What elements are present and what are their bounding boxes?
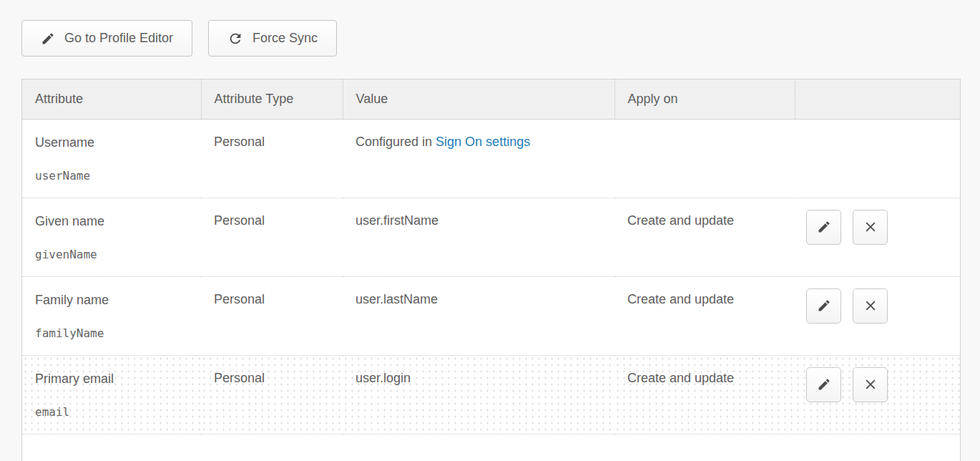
value-cell: user.firstName: [343, 198, 614, 276]
attribute-label: Primary email: [35, 371, 194, 387]
column-header-actions: [795, 79, 960, 119]
apply-on-cell: Create and update: [614, 276, 795, 355]
force-sync-label: Force Sync: [253, 31, 318, 46]
delete-attribute-button[interactable]: [853, 367, 888, 402]
go-to-profile-editor-label: Go to Profile Editor: [64, 31, 173, 46]
pencil-icon: [817, 377, 831, 392]
delete-attribute-button[interactable]: [853, 288, 888, 324]
attribute-label: Family name: [35, 292, 194, 308]
attribute-cell: [22, 434, 201, 461]
table-header-row: Attribute Attribute Type Value Apply on: [22, 79, 960, 119]
force-sync-button[interactable]: Force Sync: [208, 20, 337, 57]
attribute-type-cell: Personal: [201, 119, 343, 198]
attribute-cell: Given name givenName: [22, 198, 201, 276]
x-icon: [863, 220, 878, 234]
apply-on-cell: Create and update: [614, 198, 795, 276]
table-row-family-name: Family name familyName Personal user.las…: [22, 276, 960, 355]
x-icon: [863, 377, 878, 392]
attribute-mappings-table: Attribute Attribute Type Value Apply on …: [21, 79, 961, 461]
column-header-apply-on: Apply on: [614, 79, 795, 119]
pencil-icon: [41, 31, 55, 46]
edit-attribute-button[interactable]: [806, 367, 841, 402]
actions-cell: [795, 119, 960, 198]
apply-on-cell: Create and update: [614, 355, 795, 434]
value-cell: user.lastName: [343, 276, 614, 355]
value-cell: [343, 434, 614, 461]
pencil-icon: [817, 299, 831, 313]
attribute-label: Given name: [35, 213, 194, 229]
attribute-type-cell: [201, 434, 343, 461]
attribute-variable: email: [35, 404, 194, 420]
column-header-attribute: Attribute: [22, 79, 201, 119]
attribute-cell: Family name familyName: [22, 276, 201, 355]
attribute-cell: Primary email email: [22, 355, 201, 434]
value-cell: Configured inSign On settings: [343, 119, 614, 198]
table-row-given-name: Given name givenName Personal user.first…: [22, 198, 960, 276]
value-text: user.firstName: [356, 213, 438, 228]
delete-attribute-button[interactable]: [853, 210, 888, 245]
actions-cell: [795, 276, 960, 355]
value-text: user.lastName: [356, 292, 438, 306]
apply-on-cell: [614, 119, 795, 198]
attribute-type-cell: Personal: [201, 198, 343, 276]
actions-cell: [795, 434, 960, 461]
attribute-type-cell: Personal: [201, 276, 343, 355]
value-text: Configured in: [356, 135, 432, 149]
edit-attribute-button[interactable]: [806, 210, 841, 245]
edit-attribute-button[interactable]: [806, 288, 841, 324]
attribute-variable: userName: [35, 168, 194, 184]
table-row-partial: [22, 434, 960, 461]
attribute-cell: Username userName: [22, 119, 201, 198]
actions-cell: [795, 355, 960, 434]
actions-cell: [795, 198, 960, 276]
attribute-label: Username: [35, 135, 194, 150]
x-icon: [863, 299, 878, 313]
refresh-icon: [227, 31, 243, 47]
apply-on-cell: [614, 434, 795, 461]
pencil-icon: [817, 220, 831, 234]
table-row-username: Username userName Personal Configured in…: [22, 119, 960, 198]
attribute-type-cell: Personal: [201, 355, 343, 434]
sign-on-settings-link[interactable]: Sign On settings: [436, 135, 530, 149]
column-header-attribute-type: Attribute Type: [201, 79, 343, 119]
attribute-variable: givenName: [35, 247, 194, 263]
go-to-profile-editor-button[interactable]: Go to Profile Editor: [21, 20, 192, 57]
value-text: user.login: [356, 371, 411, 385]
table-row-primary-email: Primary email email Personal user.login …: [22, 355, 960, 434]
attribute-variable: familyName: [35, 326, 194, 341]
column-header-value: Value: [343, 79, 614, 119]
toolbar: Go to Profile Editor Force Sync: [21, 20, 337, 57]
value-cell: user.login: [343, 355, 614, 434]
